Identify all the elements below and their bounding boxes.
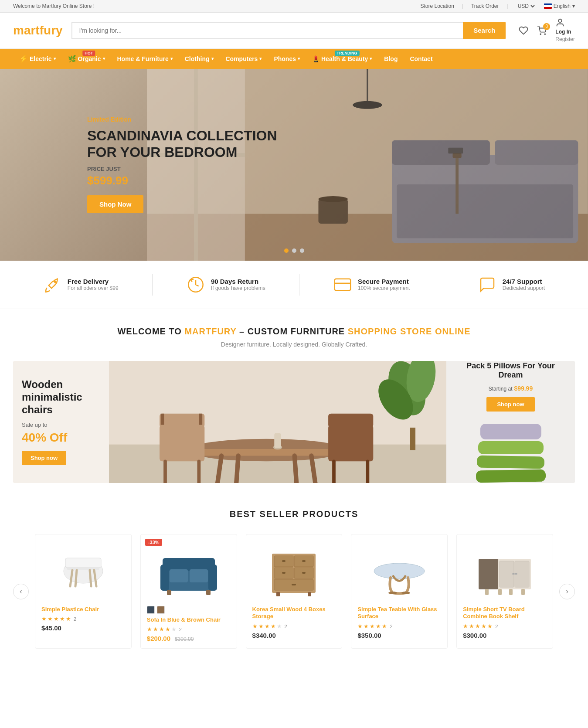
promo-left: Wooden minimalistic chairs Sale up to 40… [13,361,109,483]
currency-select[interactable]: USD EUR [516,3,536,10]
welcome-section: WELCOME TO MARTFURY – CUSTOM FURNITURE S… [0,309,588,361]
logo[interactable]: martfury [13,24,63,37]
svg-line-34 [295,456,297,483]
promo-sale-label: Sale up to [22,422,100,428]
search-input[interactable] [71,22,463,39]
promo-left-cta-button[interactable]: Shop now [22,451,66,465]
products-carousel: ‹ Simple Plastice Chair [13,530,575,653]
organic-icon: 🌿 [68,55,76,63]
hero-dot-3[interactable] [300,248,304,253]
nav-item-organic[interactable]: 🌿 Organic ▾ HOT [62,49,111,69]
product-name-1: Simple Plastice Chair [41,606,125,613]
svg-point-19 [54,281,56,282]
electric-chevron: ▾ [54,56,56,61]
svg-rect-60 [167,590,171,595]
svg-rect-59 [190,569,208,582]
pillow-purple [480,424,541,439]
computers-chevron: ▾ [259,56,262,61]
svg-line-51 [75,570,77,586]
feature-free-delivery-text: Free Delivery For all oders over $99 [68,278,119,291]
pillow-lime-2 [477,456,544,469]
review-count-5: 2 [495,624,498,629]
svg-rect-17 [453,153,462,158]
support-title: 24/7 Support [503,278,545,285]
lang-chevron: ▾ [572,3,575,9]
register-link[interactable]: Register [555,36,575,43]
language-selector[interactable]: English ▾ [544,3,575,9]
svg-rect-83 [515,573,517,575]
nav-item-phones[interactable]: Phones ▾ [268,49,306,69]
payment-icon [333,276,352,294]
product-stars-4: ★ ★ ★ ★ ★ 2 [357,623,441,629]
brand-name: MARTFURY [184,327,236,336]
carousel-prev-button[interactable]: ‹ [13,584,29,599]
svg-rect-36 [274,433,281,448]
store-location-link[interactable]: Store Location [420,3,454,9]
swatch-dark-2[interactable] [147,606,155,614]
product-stars-1: ★ ★ ★ ★ ★ 2 [41,616,125,622]
store-label: SHOPPING STORE ONLINE [348,327,471,336]
swatch-brown-2[interactable] [157,606,165,614]
review-count-2: 2 [179,627,182,632]
product-price-3: $340.00 [252,632,336,639]
color-swatches-2 [147,606,231,614]
product-name-4: Simple Tea Teable With Glass Surface [357,606,441,621]
wishlist-button[interactable] [519,26,528,35]
promo-right-cta-button[interactable]: Shop now [486,397,534,412]
nav-item-electric[interactable]: ⚡ Electric ▾ [13,49,62,69]
cart-badge: 0 [543,23,550,30]
support-sub: Dedicated support [503,285,545,291]
svg-rect-84 [485,589,489,595]
hero-banner: Limited Edition SCANDINAVIA COLLECTION F… [0,69,588,261]
blog-label: Blog [384,55,398,62]
sofa-svg [158,545,219,597]
track-order-link[interactable]: Track Order [471,3,499,9]
pillows-image [476,424,546,482]
hero-dot-2[interactable] [292,248,296,253]
nav-item-health-beauty[interactable]: 💄 Health & Beauty ▾ TRENDING [306,49,378,69]
svg-rect-86 [509,589,513,595]
promo-center [109,361,446,483]
svg-rect-71 [302,572,306,574]
nav-item-blog[interactable]: Blog [378,49,404,69]
search-button[interactable]: Search [463,22,506,39]
hero-shop-now-button[interactable]: Shop Now [87,195,143,213]
product-card-5: Simple Short TV Board Combine Book Shelf… [456,534,553,649]
product-image-2 [147,541,231,602]
hot-badge: HOT [82,51,95,56]
tv-board-svg [474,546,535,596]
feature-divider-2 [299,274,299,296]
svg-rect-79 [479,559,498,589]
product-card-1: Simple Plastice Chair ★ ★ ★ ★ ★ 2 $45.00 [35,534,132,649]
svg-point-0 [540,34,541,34]
review-count-1: 2 [74,616,76,622]
top-bar-right: Store Location | Track Order | USD EUR E… [420,3,575,10]
svg-rect-18 [449,147,463,153]
svg-point-15 [319,196,348,202]
pillow-lime-1 [478,441,544,454]
main-nav: ⚡ Electric ▾ 🌿 Organic ▾ HOT Home & Furn… [0,49,588,69]
svg-rect-38 [160,413,204,427]
clothing-label: Clothing [185,55,210,62]
rocket-icon [43,276,61,294]
login-link[interactable]: Log In [555,28,575,36]
user-icon [555,18,565,27]
svg-rect-82 [512,573,515,575]
search-bar: Search [71,22,506,39]
promo-section: Wooden minimalistic chairs Sale up to 40… [13,361,575,483]
hero-limited-tag: Limited Edition [87,116,277,123]
carousel-next-button[interactable]: › [559,584,575,599]
nav-item-computers[interactable]: Computers ▾ [220,49,268,69]
product-card-2: -33% [140,534,237,649]
payment-sub: 100% secure payment [358,285,410,291]
hero-dot-1[interactable] [284,248,289,253]
promo-discount: 40% Off [22,431,100,445]
hero-content: Limited Edition SCANDINAVIA COLLECTION F… [87,116,277,214]
heart-icon [519,26,528,35]
nav-item-home-furniture[interactable]: Home & Furniture ▾ [111,49,179,69]
nav-item-clothing[interactable]: Clothing ▾ [179,49,220,69]
flag-icon [544,3,552,9]
nav-item-contact[interactable]: Contact [404,49,438,69]
svg-rect-70 [282,572,286,574]
storage-svg [265,545,322,597]
